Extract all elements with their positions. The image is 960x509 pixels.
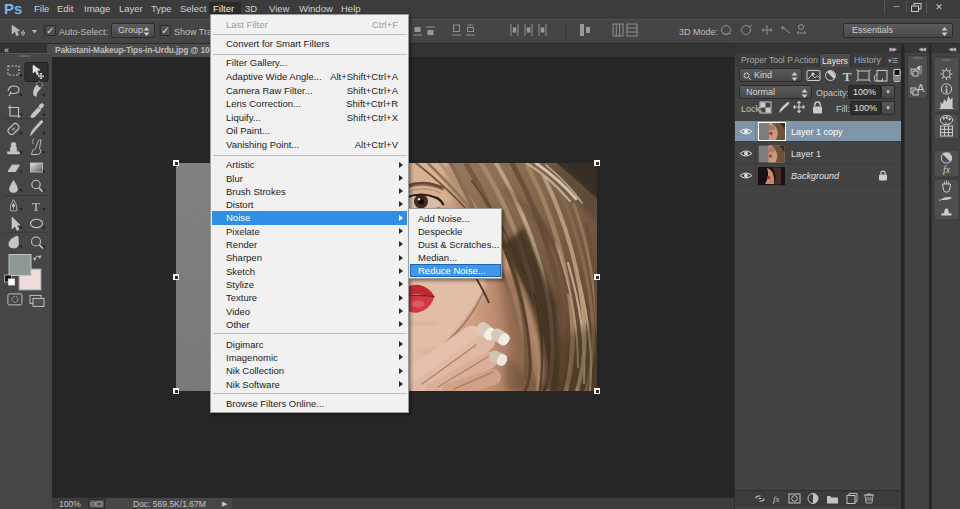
svg-text:T: T	[32, 199, 40, 214]
svg-text:fx: fx	[773, 494, 780, 504]
svg-text:T: T	[843, 69, 852, 84]
svg-text:fx: fx	[943, 164, 951, 175]
